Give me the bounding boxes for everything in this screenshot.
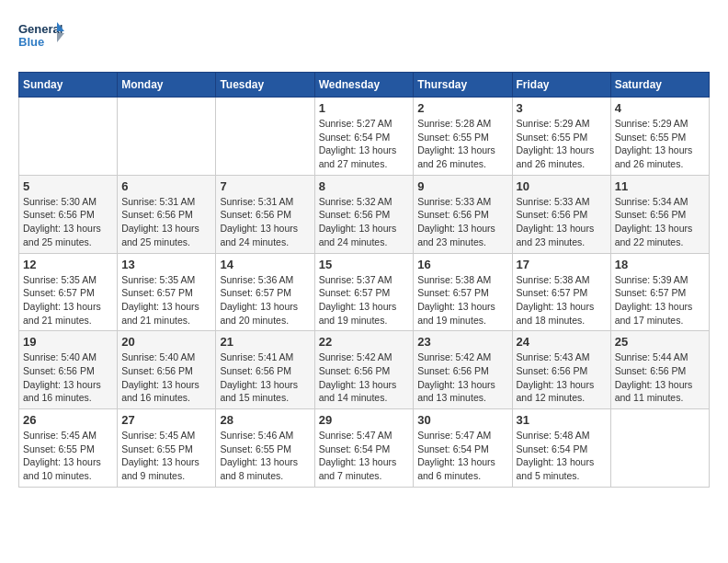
- day-info: Sunrise: 5:39 AM Sunset: 6:57 PM Dayligh…: [615, 273, 705, 327]
- day-number: 17: [517, 258, 607, 271]
- day-number: 25: [615, 335, 705, 349]
- day-cell: 3Sunrise: 5:29 AM Sunset: 6:55 PM Daylig…: [512, 98, 610, 176]
- day-info: Sunrise: 5:40 AM Sunset: 6:56 PM Dayligh…: [121, 350, 211, 405]
- day-number: 12: [23, 258, 113, 271]
- day-cell: 11Sunrise: 5:34 AM Sunset: 6:56 PM Dayli…: [610, 175, 709, 253]
- day-info: Sunrise: 5:28 AM Sunset: 6:55 PM Dayligh…: [417, 117, 507, 171]
- weekday-header-wednesday: Wednesday: [314, 73, 414, 98]
- day-info: Sunrise: 5:41 AM Sunset: 6:56 PM Dayligh…: [220, 350, 310, 405]
- day-cell: 1Sunrise: 5:27 AM Sunset: 6:54 PM Daylig…: [314, 98, 414, 176]
- weekday-header-sunday: Sunday: [19, 73, 118, 98]
- day-cell: 25Sunrise: 5:44 AM Sunset: 6:56 PM Dayli…: [610, 331, 709, 409]
- day-number: 30: [417, 413, 507, 427]
- day-number: 9: [417, 179, 507, 193]
- svg-marker-3: [57, 33, 64, 42]
- day-info: Sunrise: 5:40 AM Sunset: 6:56 PM Dayligh…: [23, 350, 113, 405]
- day-cell: 9Sunrise: 5:33 AM Sunset: 6:56 PM Daylig…: [414, 175, 512, 253]
- day-info: Sunrise: 5:35 AM Sunset: 6:57 PM Dayligh…: [23, 273, 113, 327]
- week-row-5: 26Sunrise: 5:45 AM Sunset: 6:55 PM Dayli…: [19, 409, 710, 488]
- day-number: 13: [121, 258, 211, 271]
- day-info: Sunrise: 5:46 AM Sunset: 6:55 PM Dayligh…: [220, 429, 310, 483]
- day-number: 23: [417, 335, 507, 349]
- weekday-header-tuesday: Tuesday: [216, 73, 314, 98]
- day-info: Sunrise: 5:45 AM Sunset: 6:55 PM Dayligh…: [121, 429, 211, 483]
- day-info: Sunrise: 5:43 AM Sunset: 6:56 PM Dayligh…: [517, 350, 607, 405]
- day-number: 7: [220, 179, 310, 193]
- day-cell: 22Sunrise: 5:42 AM Sunset: 6:56 PM Dayli…: [314, 331, 414, 409]
- day-info: Sunrise: 5:32 AM Sunset: 6:56 PM Dayligh…: [319, 195, 410, 249]
- day-number: 18: [615, 258, 705, 271]
- day-cell: 10Sunrise: 5:33 AM Sunset: 6:56 PM Dayli…: [512, 175, 610, 253]
- day-number: 28: [220, 413, 310, 427]
- day-cell: 28Sunrise: 5:46 AM Sunset: 6:55 PM Dayli…: [216, 409, 314, 488]
- day-info: Sunrise: 5:33 AM Sunset: 6:56 PM Dayligh…: [417, 195, 507, 249]
- day-info: Sunrise: 5:38 AM Sunset: 6:57 PM Dayligh…: [417, 273, 507, 327]
- day-cell: 6Sunrise: 5:31 AM Sunset: 6:56 PM Daylig…: [118, 175, 216, 253]
- day-cell: 30Sunrise: 5:47 AM Sunset: 6:54 PM Dayli…: [414, 409, 512, 488]
- logo: General Blue: [18, 18, 64, 57]
- day-number: 29: [319, 413, 410, 427]
- weekday-header-monday: Monday: [118, 73, 216, 98]
- day-info: Sunrise: 5:36 AM Sunset: 6:57 PM Dayligh…: [220, 273, 310, 327]
- day-cell: 26Sunrise: 5:45 AM Sunset: 6:55 PM Dayli…: [19, 409, 118, 488]
- week-row-4: 19Sunrise: 5:40 AM Sunset: 6:56 PM Dayli…: [19, 331, 710, 409]
- day-info: Sunrise: 5:35 AM Sunset: 6:57 PM Dayligh…: [121, 273, 211, 327]
- day-info: Sunrise: 5:48 AM Sunset: 6:54 PM Dayligh…: [517, 429, 607, 483]
- day-info: Sunrise: 5:47 AM Sunset: 6:54 PM Dayligh…: [417, 429, 507, 483]
- day-info: Sunrise: 5:29 AM Sunset: 6:55 PM Dayligh…: [517, 117, 607, 171]
- day-info: Sunrise: 5:45 AM Sunset: 6:55 PM Dayligh…: [23, 429, 113, 483]
- day-info: Sunrise: 5:38 AM Sunset: 6:57 PM Dayligh…: [517, 273, 607, 327]
- day-info: Sunrise: 5:34 AM Sunset: 6:56 PM Dayligh…: [615, 195, 705, 249]
- day-cell: 18Sunrise: 5:39 AM Sunset: 6:57 PM Dayli…: [610, 253, 709, 331]
- day-info: Sunrise: 5:37 AM Sunset: 6:57 PM Dayligh…: [319, 273, 410, 327]
- day-cell: 15Sunrise: 5:37 AM Sunset: 6:57 PM Dayli…: [314, 253, 414, 331]
- day-info: Sunrise: 5:31 AM Sunset: 6:56 PM Dayligh…: [220, 195, 310, 249]
- day-info: Sunrise: 5:42 AM Sunset: 6:56 PM Dayligh…: [319, 350, 410, 405]
- day-cell: [118, 98, 216, 176]
- day-cell: 13Sunrise: 5:35 AM Sunset: 6:57 PM Dayli…: [118, 253, 216, 331]
- day-number: 3: [517, 101, 607, 115]
- day-info: Sunrise: 5:30 AM Sunset: 6:56 PM Dayligh…: [23, 195, 113, 249]
- day-cell: 31Sunrise: 5:48 AM Sunset: 6:54 PM Dayli…: [512, 409, 610, 488]
- day-number: 2: [417, 101, 507, 115]
- day-cell: [610, 409, 709, 488]
- day-info: Sunrise: 5:47 AM Sunset: 6:54 PM Dayligh…: [319, 429, 410, 483]
- day-number: 26: [23, 413, 113, 427]
- day-info: Sunrise: 5:33 AM Sunset: 6:56 PM Dayligh…: [517, 195, 607, 249]
- day-number: 27: [121, 413, 211, 427]
- day-number: 31: [517, 413, 607, 427]
- svg-text:General: General: [18, 22, 63, 36]
- day-cell: 16Sunrise: 5:38 AM Sunset: 6:57 PM Dayli…: [414, 253, 512, 331]
- day-number: 21: [220, 335, 310, 349]
- week-row-3: 12Sunrise: 5:35 AM Sunset: 6:57 PM Dayli…: [19, 253, 710, 331]
- page-header: General Blue: [18, 18, 710, 57]
- day-number: 15: [319, 258, 410, 271]
- week-row-1: 1Sunrise: 5:27 AM Sunset: 6:54 PM Daylig…: [19, 98, 710, 176]
- day-number: 22: [319, 335, 410, 349]
- day-cell: 29Sunrise: 5:47 AM Sunset: 6:54 PM Dayli…: [314, 409, 414, 488]
- day-cell: 14Sunrise: 5:36 AM Sunset: 6:57 PM Dayli…: [216, 253, 314, 331]
- day-cell: 17Sunrise: 5:38 AM Sunset: 6:57 PM Dayli…: [512, 253, 610, 331]
- week-row-2: 5Sunrise: 5:30 AM Sunset: 6:56 PM Daylig…: [19, 175, 710, 253]
- day-info: Sunrise: 5:27 AM Sunset: 6:54 PM Dayligh…: [319, 117, 410, 171]
- weekday-header-saturday: Saturday: [610, 73, 709, 98]
- day-cell: 20Sunrise: 5:40 AM Sunset: 6:56 PM Dayli…: [118, 331, 216, 409]
- day-cell: [216, 98, 314, 176]
- day-cell: 4Sunrise: 5:29 AM Sunset: 6:55 PM Daylig…: [610, 98, 709, 176]
- day-cell: 24Sunrise: 5:43 AM Sunset: 6:56 PM Dayli…: [512, 331, 610, 409]
- day-cell: 12Sunrise: 5:35 AM Sunset: 6:57 PM Dayli…: [19, 253, 118, 331]
- day-number: 8: [319, 179, 410, 193]
- day-number: 4: [615, 101, 705, 115]
- day-cell: 2Sunrise: 5:28 AM Sunset: 6:55 PM Daylig…: [414, 98, 512, 176]
- day-number: 6: [121, 179, 211, 193]
- day-info: Sunrise: 5:31 AM Sunset: 6:56 PM Dayligh…: [121, 195, 211, 249]
- weekday-header-thursday: Thursday: [414, 73, 512, 98]
- day-info: Sunrise: 5:42 AM Sunset: 6:56 PM Dayligh…: [417, 350, 507, 405]
- day-number: 14: [220, 258, 310, 271]
- day-number: 10: [517, 179, 607, 193]
- day-number: 20: [121, 335, 211, 349]
- logo-svg: General Blue: [18, 18, 64, 57]
- weekday-header-friday: Friday: [512, 73, 610, 98]
- day-number: 19: [23, 335, 113, 349]
- day-cell: 8Sunrise: 5:32 AM Sunset: 6:56 PM Daylig…: [314, 175, 414, 253]
